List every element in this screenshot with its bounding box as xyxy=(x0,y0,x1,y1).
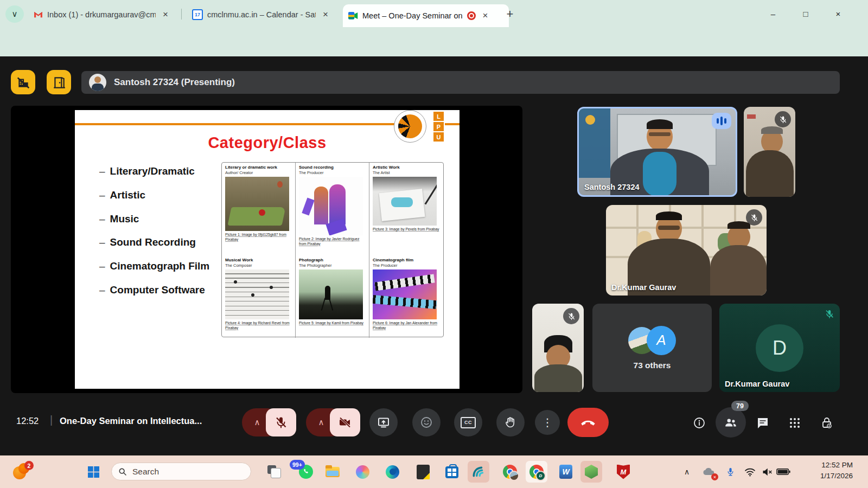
bullet-item: –Computer Software xyxy=(99,284,205,296)
profile-letter-mini-avatar: D xyxy=(535,471,546,481)
edge-swirl-center xyxy=(390,468,396,475)
tray-onedrive[interactable]: × xyxy=(700,463,717,480)
tab-title: cmclnmu.ac.in – Calendar - Satu xyxy=(207,10,316,19)
close-tab-icon[interactable]: × xyxy=(160,9,171,20)
cell-subheading: The Composer xyxy=(225,263,292,268)
captions-button[interactable]: CC xyxy=(454,408,482,436)
mic-muted-icon xyxy=(775,111,791,127)
window-close-button[interactable]: × xyxy=(826,4,851,23)
tray-clock[interactable]: 12:52 PM 1/17/2026 xyxy=(820,460,853,481)
cc-icon: CC xyxy=(461,417,476,428)
chat-button[interactable] xyxy=(756,416,770,430)
camera-off-button[interactable] xyxy=(330,408,360,436)
person-scarf xyxy=(643,152,676,196)
cell-subheading: The Producer xyxy=(373,263,440,268)
mic-mute-button[interactable] xyxy=(266,408,296,436)
tray-battery[interactable] xyxy=(775,463,792,480)
taskbar-search-box[interactable]: Search xyxy=(111,463,251,480)
tray-wifi[interactable] xyxy=(741,463,758,480)
participant-name: Dr.Kumar Gaurav xyxy=(725,380,789,388)
more-options-button[interactable]: ⋮ xyxy=(535,410,560,435)
tab-search-button[interactable]: ∨ xyxy=(5,5,24,23)
person-shawl xyxy=(746,150,794,197)
tray-volume-muted[interactable] xyxy=(758,463,776,480)
taskbar-chrome-profile2-active[interactable]: D xyxy=(528,463,545,480)
cell-caption: Picture 2: Image by Javier Rodriguez fro… xyxy=(299,237,366,246)
end-call-button[interactable] xyxy=(567,408,609,437)
close-tab-icon[interactable]: × xyxy=(320,9,331,20)
others-avatars: A xyxy=(628,326,676,355)
taskbar-ms-store[interactable] xyxy=(443,463,461,480)
tray-show-hidden-button[interactable]: ∧ xyxy=(678,463,695,480)
tab-meet-active[interactable]: Meet – One-Day Seminar on × xyxy=(343,4,509,27)
tab-calendar[interactable]: 17 cmclnmu.ac.in – Calendar - Satu × xyxy=(187,5,348,24)
taskbar-edge[interactable] xyxy=(384,463,401,480)
window-minimize-button[interactable]: – xyxy=(761,4,786,23)
companion-warning-button[interactable] xyxy=(11,70,35,94)
widgets-weather-button[interactable]: 2 xyxy=(12,462,31,481)
windows-taskbar: 2 Search 99+ xyxy=(0,455,868,488)
door-open-button[interactable] xyxy=(47,70,71,94)
activities-button[interactable] xyxy=(788,416,802,430)
taskbar-word[interactable]: W xyxy=(557,463,575,480)
taskbar-dark-app[interactable] xyxy=(414,463,432,480)
avatar-body-shape xyxy=(92,84,104,91)
audio-bar xyxy=(724,118,726,124)
taskbar-node-app-active[interactable] xyxy=(583,463,600,480)
tab-gmail[interactable]: Inbox (1) - drkumargaurav@cm × xyxy=(28,5,189,24)
presenting-banner: Santosh 27324 (Presenting) xyxy=(81,71,840,94)
bullet-item: –Sound Recording xyxy=(99,236,196,248)
browser-toolbar: meet.google.com/sxk-xzsy-xby?authuser=0 … xyxy=(0,27,868,56)
tripod-leg-shape xyxy=(321,298,326,311)
grid-cell: Photograph The Photographer Picture 5: I… xyxy=(296,255,369,338)
taskbar-file-explorer[interactable] xyxy=(324,463,341,480)
video-tile-participant[interactable] xyxy=(532,304,584,392)
taskbar-copilot[interactable] xyxy=(354,463,371,480)
grid-cell: Musical Work The Composer Picture 4: Ima… xyxy=(222,255,296,338)
mic-control: ∧ xyxy=(242,408,296,436)
slide-title: Category/Class xyxy=(75,134,459,152)
reactions-button[interactable] xyxy=(412,408,441,436)
tab-divider xyxy=(181,9,182,20)
camera-control: ∧ xyxy=(306,408,360,436)
present-screen-button[interactable] xyxy=(369,408,398,436)
search-placeholder: Search xyxy=(132,467,159,477)
bullet-dash: – xyxy=(99,165,105,177)
host-controls-button[interactable] xyxy=(820,416,834,430)
new-tab-button[interactable]: + xyxy=(502,7,518,22)
store-pane xyxy=(448,468,451,472)
avatar-tile-kumar[interactable]: D Dr.Kumar Gaurav xyxy=(719,304,840,392)
bullet-item: –Artistic xyxy=(99,189,145,201)
person-hair xyxy=(647,119,673,129)
meeting-info-button[interactable] xyxy=(692,416,706,430)
meet-page: Santosh 27324 (Presenting) L P U Categor… xyxy=(0,56,868,455)
avatar-head-shape xyxy=(94,76,101,83)
red-ball-shape xyxy=(259,209,265,216)
window-maximize-button[interactable]: □ xyxy=(793,4,818,23)
singer-silhouette xyxy=(314,187,328,224)
participants-button[interactable] xyxy=(716,407,746,438)
slide-rule-left xyxy=(75,123,396,125)
letter-avatar: D xyxy=(756,324,803,372)
participant-letter-avatar: A xyxy=(647,326,676,355)
video-tile-santosh[interactable]: Santosh 27324 xyxy=(577,107,737,197)
tripod-leg-shape xyxy=(329,298,334,311)
bullet-dash: – xyxy=(99,284,105,296)
person-glasses xyxy=(649,132,671,136)
taskbar-mcafee[interactable]: M xyxy=(615,463,632,480)
raise-hand-button[interactable] xyxy=(496,408,525,436)
start-button[interactable] xyxy=(85,463,102,480)
video-tile-participant[interactable] xyxy=(744,107,795,197)
video-tile-kumar[interactable]: Dr.Kumar Gaurav xyxy=(606,205,767,296)
store-pane xyxy=(452,468,456,472)
taskbar-whatsapp[interactable]: 99+ xyxy=(297,463,315,480)
taskbar-wave-app-active[interactable] xyxy=(470,463,487,480)
close-tab-icon[interactable]: × xyxy=(480,10,491,21)
tray-mic-in-use[interactable] xyxy=(722,463,739,480)
task-view-button[interactable] xyxy=(265,463,283,480)
presentation-tile[interactable]: L P U Category/Class –Literary/Dramatic … xyxy=(11,106,522,393)
bullet-text: Computer Software xyxy=(110,284,205,296)
others-tile[interactable]: A 73 others xyxy=(592,304,712,392)
cell-subheading: The Photographer xyxy=(299,263,366,268)
taskbar-chrome-profile1[interactable] xyxy=(501,463,519,480)
